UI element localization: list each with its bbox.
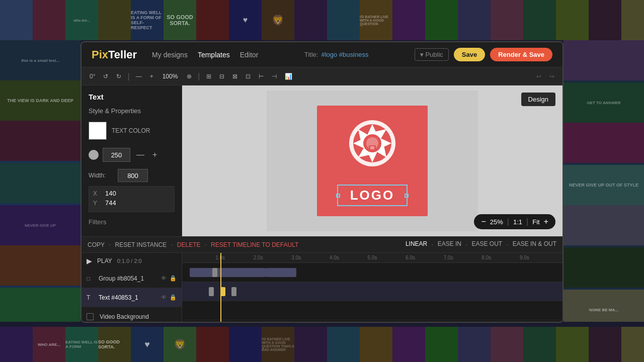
width-label: Width: <box>89 172 114 179</box>
toolbar-undo2[interactable]: ↩ <box>534 72 543 81</box>
ruler-mark-1: 2.0s <box>254 255 263 260</box>
x-label: X <box>93 190 101 197</box>
ease-out-button[interactable]: EASE OUT <box>472 240 503 249</box>
save-button[interactable]: Save <box>454 48 485 61</box>
group-lock-toggle[interactable]: 🔒 <box>170 275 177 282</box>
logo-teller: Teller <box>108 48 137 61</box>
opacity-minus[interactable]: — <box>134 150 146 159</box>
track-text: T Text #40853_1 👁 🔒 <box>82 288 182 307</box>
title-value[interactable]: #logo #business <box>321 51 368 58</box>
delete-button[interactable]: DELETE <box>177 241 201 248</box>
track-labels: ▶ PLAY 0:1.0 / 2:0 □ Group #b8054_1 👁 🔒 … <box>82 253 182 322</box>
toolbar-sep1: | <box>127 72 129 81</box>
opacity-value[interactable]: 250 <box>103 148 130 162</box>
zoom-level: 100% <box>159 72 181 81</box>
zoom-icon[interactable]: ⊕ <box>185 72 194 81</box>
reset-instance-button[interactable]: RESET INSTANCE <box>115 241 167 248</box>
text-lock-toggle[interactable]: 🔒 <box>170 294 177 301</box>
group-icon: □ <box>87 275 95 282</box>
text-track-name[interactable]: Text #40853_1 <box>99 294 157 301</box>
ruler-mark-8: 9.0s <box>520 255 529 260</box>
group-bar-1[interactable] <box>190 268 266 277</box>
zoom-minus[interactable]: — <box>134 72 144 81</box>
align-center-h[interactable]: ⊟ <box>217 72 226 81</box>
chart-icon[interactable]: 📊 <box>283 72 294 81</box>
zoom-plus[interactable]: + <box>148 72 155 81</box>
zoom-11-button[interactable]: 1:1 <box>513 218 522 226</box>
play-label: PLAY <box>97 257 112 264</box>
nav-center: Title: #logo #business <box>258 51 415 58</box>
redo-button[interactable]: ↻ <box>114 72 123 81</box>
width-value[interactable]: 800 <box>118 169 148 182</box>
timeline-row-text[interactable] <box>182 282 562 301</box>
design-button[interactable]: Design <box>521 93 555 106</box>
y-value[interactable]: 744 <box>105 199 116 207</box>
logo-pix: Pix <box>92 48 108 61</box>
toolbar: 0° ↺ ↻ | — + 100% ⊕ | ⊞ ⊟ ⊠ ⊡ ⊢ ⊣ 📊 ↩ ↪ <box>82 67 562 85</box>
zoom-fit-button[interactable]: Fit <box>532 218 539 226</box>
undo-button[interactable]: ↺ <box>101 72 110 81</box>
left-panel: Text Style & Properties TEXT COLOR 250 —… <box>82 85 182 236</box>
play-time: 0:1.0 / 2:0 <box>117 258 142 264</box>
public-button[interactable]: ▾ Public <box>415 48 449 61</box>
opacity-plus[interactable]: + <box>150 150 159 159</box>
laptop-frame: PixTeller My designs Templates Editor Ti… <box>80 41 564 323</box>
x-value[interactable]: 140 <box>105 190 116 197</box>
zoom-controls: − 25% | 1:1 | Fit + <box>474 214 555 229</box>
group-bar-2[interactable] <box>266 268 296 277</box>
canvas-background: LOGO <box>267 90 478 231</box>
opacity-slider[interactable] <box>89 150 99 160</box>
resize-handle-right[interactable] <box>405 194 409 198</box>
logo-text[interactable]: LOGO <box>350 188 395 203</box>
zoom-in-button[interactable]: + <box>544 217 548 226</box>
render-save-button[interactable]: Render & Save <box>490 48 552 61</box>
nav-templates[interactable]: Templates <box>198 51 230 59</box>
panel-subtitle: Style & Properties <box>89 107 175 115</box>
video-track-name[interactable]: Video Background <box>100 313 177 320</box>
nav-editor[interactable]: Editor <box>240 51 259 59</box>
linear-button[interactable]: LINEAR <box>406 240 427 249</box>
coords-group: X 140 Y 744 <box>89 186 175 212</box>
timeline-row-group[interactable] <box>182 263 562 282</box>
resize-handle-left[interactable] <box>336 194 340 198</box>
ease-in-out-button[interactable]: EASE IN & OUT <box>513 240 556 249</box>
text-visibility-toggle[interactable]: 👁 <box>161 294 167 301</box>
ruler-mark-6: 7.0s <box>444 255 453 260</box>
group-keyframe-1[interactable] <box>212 268 217 277</box>
toolbar-sep2: | <box>198 72 200 81</box>
logo-text-selected[interactable]: LOGO <box>337 185 408 206</box>
text-color-picker[interactable] <box>89 122 107 140</box>
canvas-area[interactable]: LOGO Design − 25% | 1:1 | Fit + <box>182 85 562 236</box>
text-keyframe-1[interactable] <box>209 287 214 296</box>
panel-title: Text <box>89 93 175 101</box>
copy-button[interactable]: COPY <box>88 241 105 248</box>
align-top[interactable]: ⊡ <box>244 72 253 81</box>
group-visibility-toggle[interactable]: 👁 <box>161 275 167 282</box>
align-center-v[interactable]: ⊢ <box>257 72 266 81</box>
nav-links: My designs Templates Editor <box>152 51 258 59</box>
rotate-value[interactable]: 0° <box>88 72 97 81</box>
timeline-playhead[interactable] <box>220 253 221 322</box>
opacity-row: 250 — + <box>89 148 175 162</box>
reset-timeline-button[interactable]: RESET TIMELINE TO DEFAULT <box>211 241 298 248</box>
timeline-row-video[interactable] <box>182 301 562 320</box>
align-left[interactable]: ⊞ <box>204 72 213 81</box>
ruler-mark-3: 4.0s <box>330 255 339 260</box>
nav-right: ▾ Public Save Render & Save <box>415 48 552 61</box>
x-row: X 140 <box>93 190 170 197</box>
align-right[interactable]: ⊠ <box>230 72 239 81</box>
text-keyframe-3[interactable] <box>231 287 236 296</box>
logo[interactable]: PixTeller <box>92 48 137 61</box>
timeline-ruler: 1.0s 2.0s 3.0s 4.0s 5.0s 6.0s 7.0s 8.0s … <box>182 253 562 263</box>
nav-my-designs[interactable]: My designs <box>152 51 188 59</box>
align-bottom[interactable]: ⊣ <box>270 72 279 81</box>
video-checkbox[interactable] <box>87 313 94 320</box>
group-track-actions: 👁 🔒 <box>161 275 177 282</box>
zoom-out-button[interactable]: − <box>481 217 486 226</box>
track-timeline: 1.0s 2.0s 3.0s 4.0s 5.0s 6.0s 7.0s 8.0s … <box>182 253 562 322</box>
play-button[interactable]: ▶ <box>87 257 92 265</box>
group-track-name[interactable]: Group #b8054_1 <box>99 275 157 282</box>
ease-in-button[interactable]: EASE IN <box>438 240 461 249</box>
toolbar-redo2[interactable]: ↪ <box>547 72 556 81</box>
top-nav: PixTeller My designs Templates Editor Ti… <box>82 42 562 67</box>
